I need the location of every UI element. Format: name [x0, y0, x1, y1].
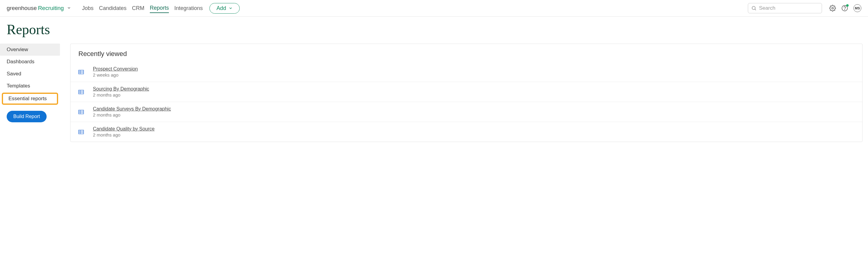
table-icon [79, 90, 84, 94]
report-row[interactable]: Sourcing By Demographic2 months ago [70, 82, 862, 102]
report-title[interactable]: Prospect Conversion [93, 66, 138, 72]
nav-item-integrations[interactable]: Integrations [174, 4, 203, 13]
chevron-down-icon [228, 6, 233, 10]
svg-rect-13 [79, 110, 84, 114]
brand-sub: Recruiting [38, 5, 64, 11]
page-title-wrap: Reports [0, 17, 868, 40]
svg-point-4 [844, 9, 845, 10]
sidebar-item-saved[interactable]: Saved [0, 68, 60, 80]
sidebar: Overview Dashboards Saved Templates Esse… [0, 43, 60, 142]
sidebar-item-overview[interactable]: Overview [0, 43, 60, 56]
svg-rect-9 [79, 90, 84, 94]
search-icon [751, 5, 756, 11]
svg-rect-5 [79, 70, 84, 74]
nav-item-jobs[interactable]: Jobs [82, 4, 94, 13]
report-title[interactable]: Candidate Surveys By Demographic [93, 106, 171, 112]
report-text: Prospect Conversion2 weeks ago [93, 66, 138, 78]
report-row[interactable]: Prospect Conversion2 weeks ago [70, 62, 862, 82]
report-text: Candidate Quality by Source2 months ago [93, 126, 155, 138]
sidebar-item-essential-reports[interactable]: Essential reports [2, 93, 58, 105]
add-button-label: Add [216, 5, 226, 11]
nav-item-reports[interactable]: Reports [150, 4, 169, 13]
sidebar-item-dashboards[interactable]: Dashboards [0, 56, 60, 68]
search-input[interactable] [759, 5, 819, 11]
report-row[interactable]: Candidate Surveys By Demographic2 months… [70, 102, 862, 122]
table-icon [79, 130, 84, 134]
report-title[interactable]: Sourcing By Demographic [93, 86, 149, 92]
avatar[interactable]: MS [854, 4, 861, 12]
add-button[interactable]: Add [210, 3, 240, 13]
report-time: 2 weeks ago [93, 72, 138, 78]
report-text: Candidate Surveys By Demographic2 months… [93, 106, 171, 117]
table-icon [79, 70, 84, 74]
top-nav: greenhouse Recruiting Jobs Candidates CR… [0, 0, 868, 17]
nav-item-crm[interactable]: CRM [132, 4, 144, 13]
page-layout: Overview Dashboards Saved Templates Esse… [0, 40, 868, 142]
gear-icon[interactable] [829, 5, 836, 11]
nav-item-candidates[interactable]: Candidates [99, 4, 126, 13]
reports-list: Prospect Conversion2 weeks agoSourcing B… [70, 62, 862, 142]
top-icons: MS [829, 4, 861, 12]
search-input-wrap[interactable] [748, 3, 822, 13]
notification-dot [846, 4, 849, 7]
table-icon [79, 110, 84, 114]
report-time: 2 months ago [93, 112, 171, 117]
help-icon[interactable] [841, 5, 848, 11]
page-title: Reports [7, 22, 861, 37]
chevron-down-icon[interactable] [67, 6, 71, 10]
brand-main: greenhouse [7, 5, 37, 11]
report-text: Sourcing By Demographic2 months ago [93, 86, 149, 97]
svg-point-2 [832, 7, 834, 9]
report-time: 2 months ago [93, 132, 155, 138]
svg-point-0 [752, 6, 755, 10]
report-title[interactable]: Candidate Quality by Source [93, 126, 155, 132]
report-time: 2 months ago [93, 92, 149, 97]
sidebar-item-templates[interactable]: Templates [0, 80, 60, 92]
svg-rect-17 [79, 130, 84, 134]
recently-viewed-header: Recently viewed [70, 44, 862, 62]
avatar-initials: MS [855, 6, 860, 10]
main-panel: Recently viewed Prospect Conversion2 wee… [70, 43, 863, 142]
report-row[interactable]: Candidate Quality by Source2 months ago [70, 122, 862, 142]
brand[interactable]: greenhouse Recruiting [7, 5, 71, 11]
nav-items: Jobs Candidates CRM Reports Integrations [82, 4, 203, 13]
build-report-button[interactable]: Build Report [7, 111, 46, 122]
svg-line-1 [755, 9, 756, 10]
